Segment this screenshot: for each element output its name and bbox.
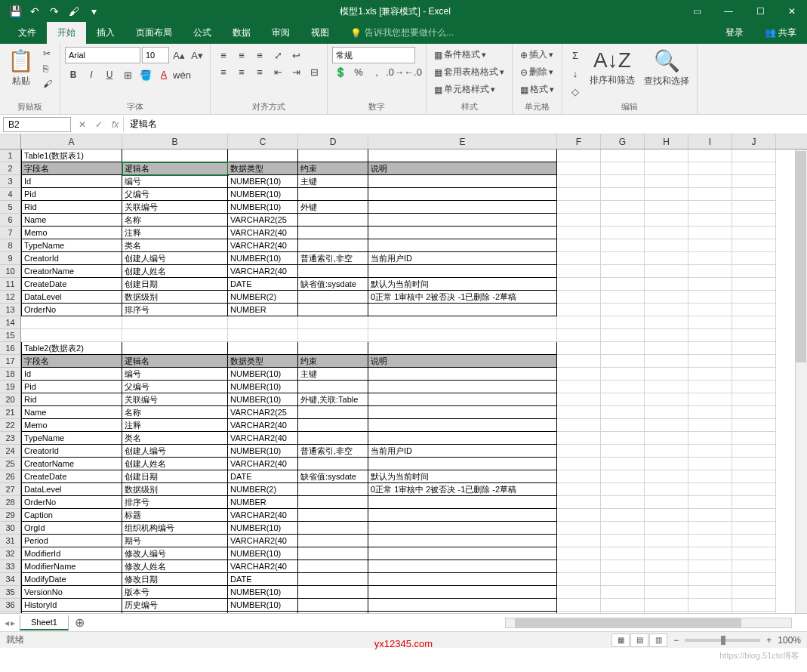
- cell[interactable]: [732, 470, 776, 483]
- row-header[interactable]: 36: [0, 599, 21, 612]
- cell[interactable]: [688, 252, 732, 265]
- cell[interactable]: 说明: [368, 162, 557, 175]
- cell[interactable]: Name: [21, 214, 122, 227]
- cell[interactable]: [688, 573, 732, 586]
- cell[interactable]: HistoryId: [21, 599, 122, 612]
- row-header[interactable]: 1: [0, 150, 21, 162]
- cell[interactable]: 主键: [298, 175, 368, 188]
- cell[interactable]: [368, 175, 557, 188]
- cell[interactable]: [688, 535, 732, 547]
- cell[interactable]: [557, 368, 601, 381]
- cell[interactable]: [298, 239, 368, 252]
- orientation-icon[interactable]: ⤢: [270, 47, 286, 63]
- cell[interactable]: 创建人姓名: [122, 458, 228, 470]
- cell[interactable]: [601, 278, 645, 291]
- cell[interactable]: [368, 419, 557, 432]
- cell[interactable]: [688, 150, 732, 162]
- col-header-G[interactable]: G: [601, 134, 645, 149]
- cell[interactable]: CreatorName: [21, 265, 122, 278]
- inc-decimal-icon[interactable]: .0→: [387, 63, 403, 80]
- cell[interactable]: OrgId: [21, 522, 122, 535]
- cell[interactable]: [601, 573, 645, 586]
- cell[interactable]: [557, 586, 601, 599]
- cell[interactable]: 关联编号: [122, 393, 228, 406]
- row-header[interactable]: 33: [0, 560, 21, 573]
- cell[interactable]: [688, 458, 732, 470]
- cell[interactable]: [645, 329, 688, 342]
- cell-style-button[interactable]: ▦单元格样式 ▾: [431, 82, 507, 97]
- cell[interactable]: [732, 406, 776, 419]
- cell[interactable]: [601, 342, 645, 355]
- font-color-button[interactable]: A: [156, 66, 172, 83]
- sheet-nav-first-icon[interactable]: ◂: [5, 618, 9, 628]
- cell[interactable]: [557, 547, 601, 560]
- cell[interactable]: [732, 483, 776, 496]
- cell[interactable]: [688, 586, 732, 599]
- cell[interactable]: [732, 355, 776, 368]
- cell[interactable]: [368, 432, 557, 445]
- align-left-icon[interactable]: ≡: [215, 63, 232, 80]
- cell[interactable]: [601, 393, 645, 406]
- cell[interactable]: [645, 227, 688, 239]
- cell[interactable]: [368, 612, 557, 613]
- cell[interactable]: [368, 316, 557, 329]
- cell[interactable]: 名称: [122, 214, 228, 227]
- cell[interactable]: 数据类型: [228, 355, 298, 368]
- close-icon[interactable]: ✕: [777, 0, 807, 23]
- cell[interactable]: Table1(数据表1): [21, 150, 122, 162]
- cell[interactable]: [645, 304, 688, 316]
- cell[interactable]: [732, 599, 776, 612]
- cell[interactable]: [557, 304, 601, 316]
- cell[interactable]: [688, 214, 732, 227]
- cell[interactable]: [688, 342, 732, 355]
- tab-file[interactable]: 文件: [8, 22, 47, 44]
- cell[interactable]: 当前用户ID: [368, 252, 557, 265]
- cell[interactable]: [601, 381, 645, 393]
- col-header-H[interactable]: H: [645, 134, 688, 149]
- cell[interactable]: [368, 304, 557, 316]
- cell[interactable]: Pid: [21, 188, 122, 201]
- cell[interactable]: [298, 316, 368, 329]
- cell[interactable]: 逻辑名: [122, 355, 228, 368]
- cell[interactable]: Period: [21, 535, 122, 547]
- cell[interactable]: [298, 214, 368, 227]
- row-header[interactable]: 34: [0, 573, 21, 586]
- cell[interactable]: 创建人编号: [122, 445, 228, 458]
- cell[interactable]: [645, 175, 688, 188]
- cell[interactable]: [601, 406, 645, 419]
- cond-format-button[interactable]: ▦条件格式 ▾: [431, 47, 507, 63]
- cell[interactable]: [645, 560, 688, 573]
- cancel-fx-icon[interactable]: ✕: [74, 119, 91, 130]
- cell[interactable]: [298, 432, 368, 445]
- cell[interactable]: [298, 304, 368, 316]
- cell[interactable]: [645, 265, 688, 278]
- fx-icon[interactable]: fx: [107, 119, 123, 130]
- cell[interactable]: [298, 573, 368, 586]
- cell[interactable]: [688, 227, 732, 239]
- cell[interactable]: [645, 599, 688, 612]
- cell[interactable]: [298, 535, 368, 547]
- cell[interactable]: [645, 201, 688, 214]
- phonetic-button[interactable]: wén: [174, 66, 190, 83]
- cell[interactable]: [601, 252, 645, 265]
- cell[interactable]: VARCHAR2(40: [228, 458, 298, 470]
- cell[interactable]: 创建日期: [122, 470, 228, 483]
- cell[interactable]: [645, 432, 688, 445]
- cell[interactable]: [368, 406, 557, 419]
- cell[interactable]: 名称: [122, 406, 228, 419]
- currency-icon[interactable]: 💲: [332, 63, 349, 80]
- cell[interactable]: 锁定状态: [122, 612, 228, 613]
- cell[interactable]: NUMBER(10): [228, 188, 298, 201]
- cell[interactable]: [688, 355, 732, 368]
- cell[interactable]: [122, 150, 228, 162]
- cell[interactable]: 排序号: [122, 304, 228, 316]
- cell[interactable]: [228, 342, 298, 355]
- cell[interactable]: [557, 265, 601, 278]
- cell[interactable]: [557, 227, 601, 239]
- cell[interactable]: [601, 227, 645, 239]
- cell[interactable]: [645, 573, 688, 586]
- hscroll-thumb[interactable]: [515, 618, 741, 627]
- cell[interactable]: NUMBER(10): [228, 381, 298, 393]
- row-header[interactable]: 20: [0, 393, 21, 406]
- cell[interactable]: 普通索引,非空: [298, 252, 368, 265]
